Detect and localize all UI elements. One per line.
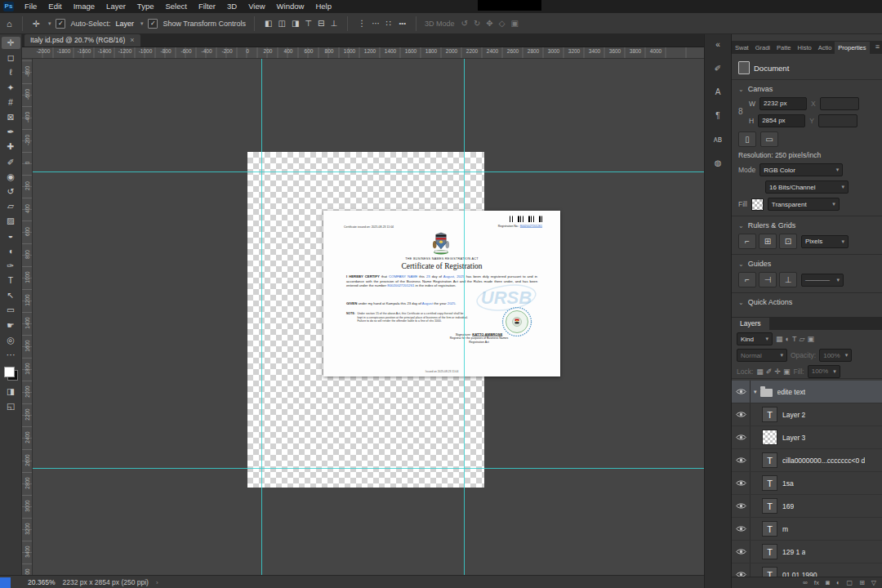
guide-horizontal-top[interactable] <box>33 172 704 172</box>
color-mode-dropdown[interactable]: RGB Color <box>760 163 843 176</box>
text-layer-thumbnail[interactable]: T <box>762 407 777 422</box>
layer-effects-icon[interactable]: fx <box>814 577 819 588</box>
tab-histo[interactable]: Histo <box>795 42 815 54</box>
distribute-spacing-icon[interactable]: ∷ <box>384 17 392 30</box>
quick-actions-section-header[interactable]: ⌄ Quick Actions <box>738 298 876 306</box>
align-center-vertical-icon[interactable]: ⊟ <box>316 17 326 30</box>
guide-vertical-right[interactable] <box>464 59 465 575</box>
paragraph-panel-icon[interactable]: ¶ <box>714 109 721 122</box>
ruler-horizontal[interactable]: -2000-1800-1600-1400-1200-1000-800-600-4… <box>33 47 704 59</box>
layer-name[interactable]: edite text <box>777 388 806 396</box>
layer-visibility-toggle[interactable] <box>732 426 751 448</box>
align-right-icon[interactable]: ◨ <box>290 17 301 30</box>
fill-swatch[interactable] <box>751 198 764 211</box>
auto-select-checkbox[interactable] <box>56 19 65 29</box>
layer-thumbnail[interactable] <box>762 430 777 445</box>
lock-position-icon[interactable]: ✛ <box>774 366 781 377</box>
filter-adjustment-layers-icon[interactable]: ◐ <box>786 333 790 345</box>
chevron-down-icon[interactable]: ▾ <box>140 20 144 27</box>
layer-visibility-toggle[interactable] <box>732 472 751 494</box>
delete-layer-icon[interactable]: ▽ <box>871 577 876 588</box>
tab-actio[interactable]: Actio <box>815 42 835 54</box>
blur-tool[interactable]: ◒ <box>2 229 20 242</box>
dodge-tool[interactable]: ◖ <box>2 245 20 257</box>
eyedropper-tool[interactable]: ✒ <box>2 126 20 138</box>
crop-tool[interactable]: # <box>2 96 20 109</box>
lock-all-icon[interactable]: ▣ <box>783 366 791 377</box>
tab-patte[interactable]: Patte <box>773 42 795 54</box>
tab-gradi[interactable]: Gradi <box>752 42 773 54</box>
text-layer-thumbnail[interactable]: T <box>762 452 777 468</box>
lock-pixels-icon[interactable]: ✐ <box>766 366 773 377</box>
layer-row[interactable]: T01.01.1990 <box>732 564 882 577</box>
ruler-vertical[interactable]: -800-600-400-200020040060080010001200140… <box>22 59 33 575</box>
close-icon[interactable]: × <box>130 34 134 47</box>
brush-tool[interactable]: ✐ <box>2 156 20 168</box>
ruler-units-dropdown[interactable]: Pixels <box>801 235 849 248</box>
type-tool[interactable]: T <box>2 274 20 287</box>
quick-selection-tool[interactable]: ✦ <box>2 82 20 94</box>
height-field[interactable]: 2854 px <box>758 114 805 127</box>
layer-name[interactable]: 1sa <box>782 479 794 488</box>
distribute-vertical-icon[interactable]: ⋮ <box>356 17 368 30</box>
layer-fill-dropdown[interactable]: 100% <box>808 365 840 378</box>
lasso-tool[interactable]: ℓ <box>2 66 20 78</box>
rulers-grids-section-header[interactable]: ⌄ Rulers & Grids <box>738 221 876 229</box>
layer-visibility-toggle[interactable] <box>732 403 751 425</box>
toolbar-more[interactable]: ⋯ <box>2 349 20 361</box>
layer-visibility-toggle[interactable] <box>732 495 751 517</box>
link-layers-icon[interactable]: ∞ <box>803 577 808 588</box>
orientation-landscape-icon[interactable]: ▭ <box>760 131 778 147</box>
pen-tool[interactable]: ✑ <box>2 260 20 272</box>
filter-type-layers-icon[interactable]: T <box>792 333 797 345</box>
width-field[interactable]: 2232 px <box>760 97 807 110</box>
layer-filter-kind-dropdown[interactable]: Kind <box>737 332 773 345</box>
new-layer-icon[interactable]: ⊞ <box>859 577 865 588</box>
filter-shape-layers-icon[interactable]: ▱ <box>799 333 804 345</box>
shape-tool[interactable]: ▭ <box>2 304 20 316</box>
more-options-icon[interactable]: ••• <box>398 17 408 30</box>
gradient-tool[interactable]: ▨ <box>2 215 20 227</box>
chevron-down-icon[interactable]: ▾ <box>48 20 51 27</box>
layer-mask-icon[interactable]: ◙ <box>826 577 830 588</box>
layer-name[interactable]: 129 1 a <box>782 548 805 556</box>
group-expand-icon[interactable]: ▾ <box>754 389 757 395</box>
snap-grid-icon[interactable]: ⊡ <box>779 234 797 249</box>
canvas-fill-dropdown[interactable]: Transparent <box>768 198 840 211</box>
align-center-horizontal-icon[interactable]: ◫ <box>276 17 287 30</box>
healing-brush-tool[interactable]: ✚ <box>2 140 20 153</box>
distribute-horizontal-icon[interactable]: ⋯ <box>370 17 381 30</box>
layer-visibility-toggle[interactable] <box>732 381 751 403</box>
text-layer-thumbnail[interactable]: T <box>762 544 777 559</box>
align-bottom-icon[interactable]: ⊥ <box>328 17 339 30</box>
guides-section-header[interactable]: ⌄ Guides <box>738 260 876 268</box>
guide-layout-icon[interactable]: ⊣ <box>759 272 777 287</box>
document-tab[interactable]: Italy id.psd @ 20.7% (RGB/16) × <box>24 34 140 47</box>
opacity-dropdown[interactable]: 100% <box>819 349 852 362</box>
text-layer-thumbnail[interactable]: T <box>762 521 777 537</box>
eraser-tool[interactable]: ▱ <box>2 200 20 212</box>
clone-stamp-tool[interactable]: ◉ <box>2 171 20 183</box>
layer-name[interactable]: m <box>782 525 788 533</box>
brush-settings-icon[interactable]: ✐ <box>713 62 723 75</box>
zoom-level-field[interactable]: 20.365% <box>28 578 56 586</box>
menu-layer[interactable]: Layer <box>100 0 131 13</box>
menu-3d[interactable]: 3D <box>221 0 243 13</box>
layer-name[interactable]: 01.01.1990 <box>782 571 817 577</box>
layer-row[interactable]: TLayer 2 <box>732 403 882 426</box>
new-group-icon[interactable]: ▢ <box>847 577 853 588</box>
x-field[interactable] <box>820 97 859 110</box>
foreground-color-swatch[interactable] <box>4 367 15 377</box>
menu-filter[interactable]: Filter <box>193 0 221 13</box>
move-tool[interactable]: ✛ <box>2 37 20 49</box>
grid-icon[interactable]: ⊞ <box>759 234 777 249</box>
layer-visibility-toggle[interactable] <box>732 449 751 471</box>
blend-mode-dropdown[interactable]: Normal <box>737 349 787 362</box>
history-brush-tool[interactable]: ↺ <box>2 185 20 198</box>
collapse-panels-icon[interactable]: « <box>714 38 722 51</box>
status-chevron-icon[interactable]: › <box>156 579 158 586</box>
tab-layers[interactable]: Layers <box>732 318 769 330</box>
layer-row[interactable]: T1sa <box>732 472 882 495</box>
move-tool-icon[interactable]: ✛ <box>31 17 42 30</box>
menu-image[interactable]: Image <box>68 0 100 13</box>
